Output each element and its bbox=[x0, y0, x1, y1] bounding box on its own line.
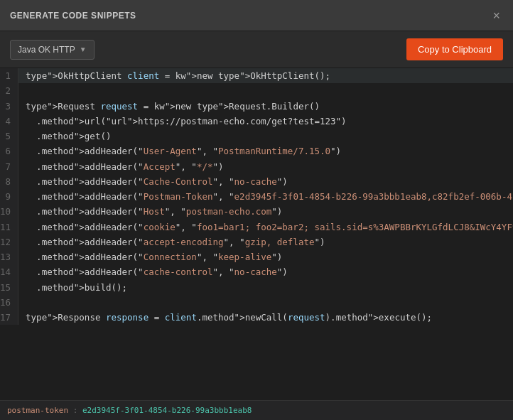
line-number: 14 bbox=[0, 264, 18, 279]
table-row: 13 .method">addHeader("Connection", "kee… bbox=[0, 249, 513, 264]
language-label: Java OK HTTP bbox=[18, 45, 75, 55]
line-number: 9 bbox=[0, 189, 18, 204]
line-code: .method">addHeader("Cache-Control", "no-… bbox=[18, 174, 513, 189]
table-row: 17type">Response response = client.metho… bbox=[0, 310, 513, 325]
line-code: type">Request request = kw">new type">Re… bbox=[18, 99, 513, 114]
close-button[interactable]: × bbox=[490, 8, 503, 23]
line-code: .method">addHeader("Connection", "keep-a… bbox=[18, 249, 513, 264]
line-code: .method">addHeader("accept-encoding", "g… bbox=[18, 235, 513, 249]
table-row: 2 bbox=[0, 83, 513, 98]
status-token: postman-token bbox=[7, 406, 68, 415]
line-code: .method">addHeader("User-Agent", "Postma… bbox=[18, 144, 513, 158]
table-row: 10 .method">addHeader("Host", "postman-e… bbox=[0, 204, 513, 219]
line-number: 12 bbox=[0, 235, 18, 249]
table-row: 5 .method">get() bbox=[0, 129, 513, 144]
line-number: 7 bbox=[0, 159, 18, 174]
line-code: .method">addHeader("Accept", "*/*") bbox=[18, 159, 513, 174]
table-row: 12 .method">addHeader("accept-encoding",… bbox=[0, 235, 513, 249]
table-row: 7 .method">addHeader("Accept", "*/*") bbox=[0, 159, 513, 174]
toolbar: Java OK HTTP ▼ Copy to Clipboard bbox=[0, 31, 513, 68]
language-selector[interactable]: Java OK HTTP ▼ bbox=[10, 40, 94, 60]
code-table: 1type">OkHttpClient client = kw">new typ… bbox=[0, 68, 513, 325]
copy-to-clipboard-button[interactable]: Copy to Clipboard bbox=[406, 38, 503, 60]
line-number: 11 bbox=[0, 220, 18, 235]
modal-title: GENERATE CODE SNIPPETS bbox=[10, 11, 136, 21]
line-code bbox=[18, 83, 513, 98]
line-code: .method">addHeader("Host", "postman-echo… bbox=[18, 204, 513, 219]
table-row: 3type">Request request = kw">new type">R… bbox=[0, 99, 513, 114]
modal-container: GENERATE CODE SNIPPETS × Java OK HTTP ▼ … bbox=[0, 0, 513, 420]
modal-header: GENERATE CODE SNIPPETS × bbox=[0, 0, 513, 31]
line-code: type">OkHttpClient client = kw">new type… bbox=[18, 68, 513, 83]
table-row: 6 .method">addHeader("User-Agent", "Post… bbox=[0, 144, 513, 158]
line-number: 3 bbox=[0, 99, 18, 114]
line-number: 16 bbox=[0, 295, 18, 310]
code-area[interactable]: 1type">OkHttpClient client = kw">new typ… bbox=[0, 68, 513, 400]
line-number: 10 bbox=[0, 204, 18, 219]
line-number: 5 bbox=[0, 129, 18, 144]
line-number: 8 bbox=[0, 174, 18, 189]
table-row: 8 .method">addHeader("Cache-Control", "n… bbox=[0, 174, 513, 189]
status-bar-text: postman-token : e2d3945f-3f01-4854-b226-… bbox=[7, 406, 252, 415]
table-row: 15 .method">build(); bbox=[0, 280, 513, 295]
line-number: 1 bbox=[0, 68, 18, 83]
line-number: 6 bbox=[0, 144, 18, 158]
line-number: 17 bbox=[0, 310, 18, 325]
line-code: .method">addHeader("cache-control", "no-… bbox=[18, 264, 513, 279]
line-number: 2 bbox=[0, 83, 18, 98]
line-code: .method">addHeader("Postman-Token", "e2d… bbox=[18, 189, 513, 204]
table-row: 14 .method">addHeader("cache-control", "… bbox=[0, 264, 513, 279]
line-code: .method">url("url">https://postman-echo.… bbox=[18, 114, 513, 129]
table-row: 9 .method">addHeader("Postman-Token", "e… bbox=[0, 189, 513, 204]
table-row: 16 bbox=[0, 295, 513, 310]
status-bar: postman-token : e2d3945f-3f01-4854-b226-… bbox=[0, 400, 513, 420]
line-number: 13 bbox=[0, 249, 18, 264]
line-code: type">Response response = client.method"… bbox=[18, 310, 513, 325]
line-code: .method">addHeader("cookie", "foo1=bar1;… bbox=[18, 220, 513, 235]
line-code: .method">get() bbox=[18, 129, 513, 144]
table-row: 4 .method">url("url">https://postman-ech… bbox=[0, 114, 513, 129]
table-row: 1type">OkHttpClient client = kw">new typ… bbox=[0, 68, 513, 83]
line-number: 4 bbox=[0, 114, 18, 129]
line-number: 15 bbox=[0, 280, 18, 295]
line-code: .method">build(); bbox=[18, 280, 513, 295]
line-code bbox=[18, 295, 513, 310]
table-row: 11 .method">addHeader("cookie", "foo1=ba… bbox=[0, 220, 513, 235]
chevron-down-icon: ▼ bbox=[80, 45, 87, 53]
